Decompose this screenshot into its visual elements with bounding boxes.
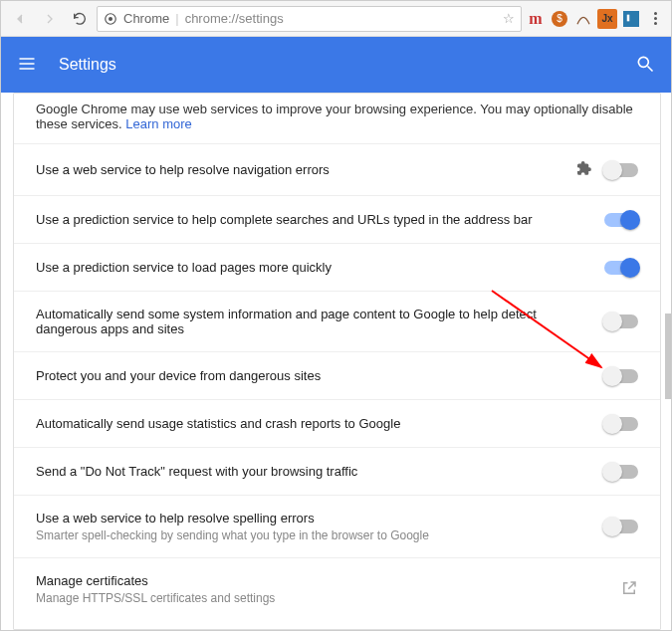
reload-button[interactable] xyxy=(67,6,93,32)
open-external-icon[interactable] xyxy=(620,579,638,600)
settings-row-subtitle: Smarter spell-checking by sending what y… xyxy=(36,528,592,542)
settings-row-label: Use a web service to help resolve spelli… xyxy=(36,511,592,542)
settings-row: Use a prediction service to load pages m… xyxy=(14,243,660,291)
settings-row-label: Automatically send some system informati… xyxy=(36,307,592,336)
site-icon xyxy=(104,12,117,26)
settings-row[interactable]: Manage certificatesManage HTTPS/SSL cert… xyxy=(14,557,660,620)
settings-row-title: Use a web service to help resolve spelli… xyxy=(36,511,592,526)
settings-row-label: Use a web service to help resolve naviga… xyxy=(36,162,562,177)
settings-row-label: Use a prediction service to load pages m… xyxy=(36,260,592,275)
toggle-switch[interactable] xyxy=(604,315,638,328)
address-bar[interactable]: Chrome | chrome://settings ☆ xyxy=(97,6,522,32)
settings-row: Use a prediction service to help complet… xyxy=(14,195,660,243)
toggle-switch[interactable] xyxy=(604,261,638,275)
extension-icon[interactable]: m xyxy=(526,9,546,29)
svg-point-3 xyxy=(638,57,648,67)
settings-row-subtitle: Manage HTTPS/SSL certificates and settin… xyxy=(36,591,608,605)
browser-toolbar: Chrome | chrome://settings ☆ m $ Jx xyxy=(1,1,671,37)
settings-row-label: Protect you and your device from dangero… xyxy=(36,368,592,383)
learn-more-link[interactable]: Learn more xyxy=(125,116,191,131)
settings-row-label: Send a "Do Not Track" request with your … xyxy=(36,464,592,479)
bookmark-star-icon[interactable]: ☆ xyxy=(503,11,515,26)
page-title: Settings xyxy=(59,56,116,74)
scrollbar-thumb[interactable] xyxy=(665,314,671,399)
settings-header: Settings xyxy=(1,37,671,93)
settings-row-title: Protect you and your device from dangero… xyxy=(36,368,592,383)
settings-content: Google Chrome may use web services to im… xyxy=(13,93,661,630)
settings-row-title: Automatically send some system informati… xyxy=(36,307,592,336)
settings-row-title: Manage certificates xyxy=(36,573,608,588)
settings-row-label: Automatically send usage statistics and … xyxy=(36,416,592,431)
forward-button[interactable] xyxy=(37,6,63,32)
settings-row: Automatically send some system informati… xyxy=(14,291,660,351)
omnibox-label: Chrome xyxy=(123,11,169,26)
toggle-switch[interactable] xyxy=(604,163,638,177)
chrome-menu-button[interactable] xyxy=(645,12,665,25)
extension-managed-icon xyxy=(574,159,592,180)
settings-row: Use a web service to help resolve spelli… xyxy=(14,495,660,557)
extension-icon[interactable] xyxy=(573,9,593,29)
settings-row: Automatically send usage statistics and … xyxy=(14,399,660,447)
omnibox-text: Chrome | chrome://settings xyxy=(123,11,284,26)
settings-row-title: Use a prediction service to load pages m… xyxy=(36,260,592,275)
settings-row-label: Manage certificatesManage HTTPS/SSL cert… xyxy=(36,573,608,605)
svg-rect-2 xyxy=(627,14,630,21)
settings-row-label: Use a prediction service to help complet… xyxy=(36,212,592,227)
svg-line-4 xyxy=(648,66,653,71)
omnibox-url: chrome://settings xyxy=(185,11,284,26)
settings-row: Protect you and your device from dangero… xyxy=(14,351,660,399)
settings-row-title: Use a web service to help resolve naviga… xyxy=(36,162,562,177)
toggle-switch[interactable] xyxy=(604,465,638,479)
svg-point-1 xyxy=(109,16,112,20)
toggle-switch[interactable] xyxy=(604,213,638,227)
privacy-intro: Google Chrome may use web services to im… xyxy=(14,94,660,143)
toggle-switch[interactable] xyxy=(604,417,638,431)
settings-row: Use a web service to help resolve naviga… xyxy=(14,143,660,195)
extension-icon[interactable] xyxy=(621,9,641,29)
settings-row-title: Automatically send usage statistics and … xyxy=(36,416,592,431)
extension-icon[interactable]: Jx xyxy=(597,9,617,29)
extension-icon[interactable]: $ xyxy=(550,9,569,29)
toggle-switch[interactable] xyxy=(604,369,638,383)
search-icon[interactable] xyxy=(635,54,655,77)
settings-row-title: Use a prediction service to help complet… xyxy=(36,212,592,227)
settings-row-title: Send a "Do Not Track" request with your … xyxy=(36,464,592,479)
back-button[interactable] xyxy=(7,6,33,32)
toggle-switch[interactable] xyxy=(604,520,638,533)
menu-icon[interactable] xyxy=(17,54,37,77)
settings-row: Send a "Do Not Track" request with your … xyxy=(14,447,660,495)
